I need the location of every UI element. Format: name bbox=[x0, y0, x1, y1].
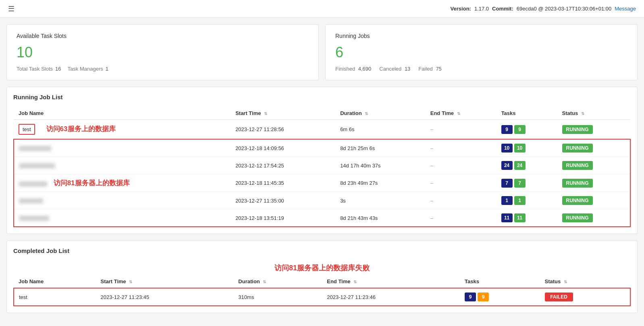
status-cell: RUNNING bbox=[557, 174, 630, 192]
job-name-cell bbox=[14, 209, 231, 227]
status-badge: RUNNING bbox=[562, 179, 593, 188]
tasks-cell: 9 9 bbox=[460, 288, 540, 306]
col-status: Status ⇅ bbox=[540, 275, 630, 288]
col-end-time: End Time ⇅ bbox=[322, 275, 460, 288]
tasks-badge-a: 9 bbox=[501, 125, 513, 134]
sort-status-icon[interactable]: ⇅ bbox=[581, 111, 584, 116]
completed-job-table: Job Name Start Time ⇅ Duration ⇅ End Tim… bbox=[13, 275, 631, 306]
col-start-time: Start Time ⇅ bbox=[96, 275, 233, 288]
total-task-slots-label: Total Task Slots bbox=[17, 66, 53, 72]
status-cell: RUNNING bbox=[557, 192, 630, 209]
duration-cell: 310ms bbox=[233, 288, 322, 306]
status-badge: RUNNING bbox=[562, 125, 593, 134]
tasks-badge-b: 1 bbox=[514, 196, 526, 205]
table-row: test 2023-12-27 11:23:45 310ms 2023-12-2… bbox=[14, 288, 630, 306]
completed-annotation: 访问81服务器上的数据库失败 bbox=[13, 261, 631, 275]
canceled-value: 13 bbox=[405, 66, 410, 72]
available-task-slots-card: Available Task Slots 10 Total Task Slots… bbox=[6, 24, 319, 80]
tasks-cell: 1 1 bbox=[497, 192, 557, 209]
start-time-cell: 2023-12-27 11:35:00 bbox=[231, 192, 335, 209]
stats-row: Available Task Slots 10 Total Task Slots… bbox=[6, 24, 638, 80]
failed-label: Failed bbox=[418, 66, 432, 72]
job-name-cell: test 访问63服务上的数据库 bbox=[14, 120, 231, 140]
blurred-job-name bbox=[19, 216, 49, 221]
sort-duration-icon[interactable]: ⇅ bbox=[365, 111, 368, 116]
col-job-name: Job Name bbox=[14, 107, 231, 120]
table-row: 2023-12-18 14:09:56 8d 21h 25m 6s – 10 1… bbox=[14, 139, 630, 157]
tasks-badge-a: 9 bbox=[465, 293, 476, 301]
tasks-cell: 9 9 bbox=[497, 120, 557, 140]
duration-cell: 8d 23h 49m 27s bbox=[335, 174, 426, 192]
running-job-list-section: Running Job List Job Name Start Time ⇅ D… bbox=[6, 87, 638, 234]
tasks-cell: 11 11 bbox=[497, 209, 557, 227]
tasks-badge-b: 9 bbox=[478, 293, 489, 301]
message-link[interactable]: Message bbox=[615, 6, 636, 12]
duration-cell: 14d 17h 40m 37s bbox=[335, 157, 426, 174]
start-time-cell: 2023-12-18 14:09:56 bbox=[231, 139, 335, 157]
col-start-time: Start Time ⇅ bbox=[231, 107, 335, 120]
tasks-badge-a: 7 bbox=[501, 179, 513, 188]
canceled-label: Canceled bbox=[379, 66, 401, 72]
tasks-badge-a: 10 bbox=[501, 144, 513, 153]
task-managers-label: Task Managers bbox=[68, 66, 103, 72]
status-badge: RUNNING bbox=[562, 213, 593, 222]
running-job-table: Job Name Start Time ⇅ Duration ⇅ End Tim… bbox=[13, 107, 631, 227]
end-time-cell: – bbox=[426, 139, 497, 157]
blurred-job-name bbox=[19, 163, 55, 168]
annotation-63: 访问63服务上的数据库 bbox=[46, 125, 116, 133]
end-time-cell: – bbox=[426, 157, 497, 174]
table-row: 访问81服务器上的数据库 2023-12-18 11:45:35 8d 23h … bbox=[14, 174, 630, 192]
version-label: Version: bbox=[451, 6, 471, 12]
blurred-job-name bbox=[19, 182, 47, 186]
running-jobs-title: Running Jobs bbox=[335, 33, 627, 39]
status-badge: RUNNING bbox=[562, 144, 593, 153]
status-badge: RUNNING bbox=[562, 161, 593, 170]
blurred-job-name bbox=[19, 146, 51, 151]
start-time-cell: 2023-12-27 11:28:56 bbox=[231, 120, 335, 140]
duration-cell: 3s bbox=[335, 192, 426, 209]
table-row: 2023-12-12 17:54:25 14d 17h 40m 37s – 24… bbox=[14, 157, 630, 174]
end-time-cell: – bbox=[426, 209, 497, 227]
sort-end-time-icon[interactable]: ⇅ bbox=[353, 280, 357, 284]
start-time-cell: 2023-12-18 11:45:35 bbox=[231, 174, 335, 192]
tasks-badge-a: 24 bbox=[501, 161, 513, 170]
sort-start-time-icon[interactable]: ⇅ bbox=[264, 111, 267, 116]
job-name-cell bbox=[14, 139, 231, 157]
commit-label: Commit: bbox=[492, 6, 513, 12]
tasks-badge-b: 24 bbox=[514, 161, 526, 170]
table-row: 2023-12-27 11:35:00 3s – 1 1 RUNNING bbox=[14, 192, 630, 209]
status-badge: FAILED bbox=[545, 293, 573, 301]
status-cell: FAILED bbox=[540, 288, 630, 306]
col-duration: Duration ⇅ bbox=[335, 107, 426, 120]
col-status: Status ⇅ bbox=[557, 107, 630, 120]
tasks-badge-b: 10 bbox=[514, 144, 526, 153]
status-badge: RUNNING bbox=[562, 196, 593, 205]
sort-start-time-icon[interactable]: ⇅ bbox=[129, 280, 132, 284]
task-managers-value: 1 bbox=[106, 66, 108, 72]
end-time-cell: 2023-12-27 11:23:46 bbox=[322, 288, 460, 306]
sort-duration-icon[interactable]: ⇅ bbox=[263, 280, 266, 284]
col-tasks: Tasks bbox=[460, 275, 540, 288]
sort-status-icon[interactable]: ⇅ bbox=[564, 280, 567, 284]
status-cell: RUNNING bbox=[557, 157, 630, 174]
hamburger-icon[interactable]: ☰ bbox=[8, 4, 15, 13]
status-cell: RUNNING bbox=[557, 120, 630, 140]
annotation-81: 访问81服务器上的数据库 bbox=[54, 179, 130, 187]
topbar-right: Version: 1.17.0 Commit: 69ecda0 @ 2023-0… bbox=[451, 6, 636, 12]
running-jobs-footer: Finished 4,690 Canceled 13 Failed 75 bbox=[335, 66, 627, 72]
completed-job-list-section: Completed Job List 访问81服务器上的数据库失败 Job Na… bbox=[6, 240, 638, 313]
end-time-cell: – bbox=[426, 174, 497, 192]
start-time-cell: 2023-12-18 13:51:19 bbox=[231, 209, 335, 227]
end-time-cell: – bbox=[426, 192, 497, 209]
finished-label: Finished bbox=[335, 66, 355, 72]
running-job-table-header: Job Name Start Time ⇅ Duration ⇅ End Tim… bbox=[14, 107, 630, 120]
col-end-time: End Time ⇅ bbox=[426, 107, 497, 120]
tasks-badge-b: 9 bbox=[514, 125, 526, 134]
commit-value: 69ecda0 @ 2023-03-17T10:30:06+01:00 bbox=[517, 6, 611, 12]
sort-end-time-icon[interactable]: ⇅ bbox=[457, 111, 460, 116]
failed-value: 75 bbox=[436, 66, 441, 72]
tasks-cell: 24 24 bbox=[497, 157, 557, 174]
completed-job-list-title: Completed Job List bbox=[13, 247, 631, 254]
total-task-slots-value: 16 bbox=[55, 66, 61, 72]
tasks-badge-a: 11 bbox=[501, 213, 513, 222]
